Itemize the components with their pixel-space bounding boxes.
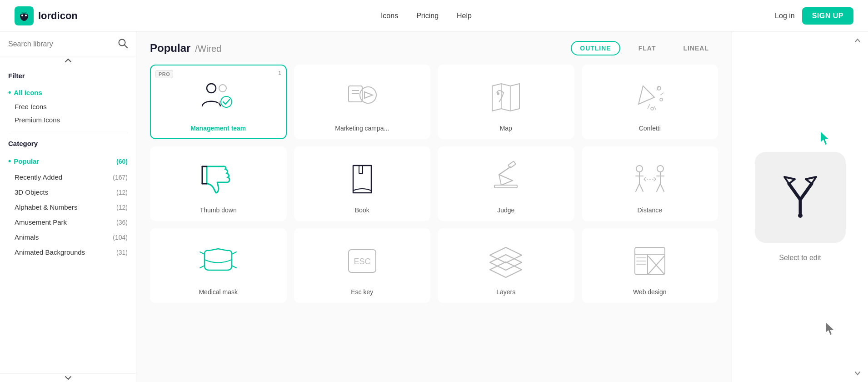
category-3d-objects[interactable]: 3D Objects (12): [8, 185, 128, 200]
icon-card-layers[interactable]: Layers: [438, 228, 574, 303]
header-actions: Log in SIGN UP: [775, 7, 853, 25]
tab-lineal[interactable]: LINEAL: [674, 41, 718, 55]
cursor-arrow-icon: [821, 132, 832, 146]
icon-label-webdesign: Web design: [590, 288, 710, 296]
content-scroll-down[interactable]: [854, 369, 861, 377]
preview-icon-svg: [764, 161, 837, 234]
icon-label-map: Map: [446, 125, 566, 132]
category-animals[interactable]: Animals (104): [8, 230, 128, 245]
preview-icon-container: [755, 152, 846, 243]
svg-marker-62: [821, 132, 828, 145]
category-animals-count: (104): [113, 234, 128, 241]
icon-svg-webdesign: [627, 238, 673, 284]
content-scroll-up[interactable]: [854, 36, 861, 45]
content-area: Popular /Wired OUTLINE FLAT LINEAL PRO 1: [136, 32, 732, 382]
tab-outline[interactable]: OUTLINE: [571, 41, 620, 55]
filter-free-icons[interactable]: Free Icons: [8, 100, 128, 113]
icon-svg-book: [339, 156, 385, 202]
svg-point-32: [636, 166, 643, 172]
logo-text: lordicon: [38, 10, 78, 22]
category-animated-backgrounds[interactable]: Animated Backgrounds (31): [8, 245, 128, 260]
icon-card-judge[interactable]: Judge: [438, 146, 574, 221]
icon-card-thumbdown[interactable]: Thumb down: [150, 146, 287, 221]
category-popular[interactable]: Popular (60): [8, 153, 128, 170]
svg-point-20: [651, 107, 653, 110]
login-button[interactable]: Log in: [775, 12, 795, 20]
icon-card-distance[interactable]: Distance: [582, 146, 718, 221]
svg-point-1: [21, 15, 23, 16]
category-alphabet-numbers[interactable]: Alphabet & Numbers (12): [8, 200, 128, 215]
svg-line-34: [636, 184, 639, 191]
svg-point-2: [25, 15, 27, 16]
svg-point-5: [207, 84, 216, 93]
category-3d-objects-label: 3D Objects: [8, 188, 48, 196]
filter-title: Filter: [8, 72, 128, 80]
icon-svg-esc: ESC: [339, 238, 385, 284]
category-recently-added[interactable]: Recently Added (167): [8, 170, 128, 185]
scroll-down-icon: [854, 371, 861, 376]
icon-card-map[interactable]: Map: [438, 65, 574, 139]
sidebar: Filter All Icons Free Icons Premium Icon…: [0, 32, 136, 382]
svg-line-43: [200, 252, 205, 254]
sidebar-scroll-up[interactable]: [0, 56, 136, 65]
pro-badge: PRO: [155, 70, 173, 78]
divider-1: [8, 133, 128, 133]
signup-button[interactable]: SIGN UP: [802, 7, 853, 25]
svg-point-19: [660, 98, 663, 101]
svg-rect-29: [494, 185, 517, 188]
logo[interactable]: lordicon: [15, 6, 78, 25]
icon-svg-map: [483, 75, 529, 120]
icon-card-mask[interactable]: Medical mask: [150, 228, 287, 303]
icon-label-book: Book: [302, 206, 423, 214]
svg-marker-17: [639, 86, 654, 104]
icon-card-webdesign[interactable]: Web design: [582, 228, 718, 303]
content-title: Popular /Wired: [150, 42, 221, 55]
tab-flat[interactable]: FLAT: [629, 41, 665, 55]
icon-svg-management: [195, 75, 241, 120]
svg-rect-31: [508, 161, 516, 168]
svg-marker-13: [492, 84, 519, 111]
icon-label-mask: Medical mask: [158, 288, 279, 296]
search-input[interactable]: [8, 40, 118, 48]
icon-svg-mask: [195, 238, 241, 284]
sidebar-scroll-down[interactable]: [0, 373, 136, 382]
svg-line-46: [232, 266, 236, 268]
svg-marker-63: [826, 323, 833, 335]
search-button[interactable]: [118, 38, 128, 50]
icon-card-confetti[interactable]: Confetti: [582, 65, 718, 139]
icon-label-judge: Judge: [446, 206, 566, 214]
category-recently-added-count: (167): [113, 174, 128, 181]
category-popular-count: (60): [116, 158, 128, 165]
svg-text:ESC: ESC: [354, 257, 370, 266]
nav-icons[interactable]: Icons: [381, 12, 398, 20]
icon-card-management-team[interactable]: PRO 1 Management team: [150, 65, 287, 139]
filter-section: Filter All Icons Free Icons Premium Icon…: [8, 72, 128, 126]
svg-line-45: [232, 252, 236, 254]
category-alphabet-numbers-label: Alphabet & Numbers: [8, 203, 77, 211]
scroll-up-icon: [854, 38, 861, 43]
nav-help[interactable]: Help: [457, 12, 472, 20]
svg-line-23: [654, 106, 656, 110]
filter-all-icons[interactable]: All Icons: [8, 85, 128, 100]
svg-line-40: [660, 184, 664, 191]
style-tabs: OUTLINE FLAT LINEAL: [571, 41, 718, 55]
category-animals-label: Animals: [8, 233, 39, 241]
category-popular-label: Popular: [8, 156, 39, 166]
cursor-arrow2-icon: [826, 323, 836, 337]
icon-card-marketing[interactable]: Marketing campa...: [294, 65, 431, 139]
filter-premium-icons[interactable]: Premium Icons: [8, 113, 128, 126]
nav-pricing[interactable]: Pricing: [416, 12, 439, 20]
icon-svg-layers: [483, 238, 529, 284]
icons-grid: PRO 1 Management team: [150, 65, 718, 303]
chevron-up-icon: [65, 58, 72, 63]
svg-line-35: [639, 184, 643, 191]
main-nav: Icons Pricing Help: [381, 12, 472, 20]
svg-line-22: [660, 93, 663, 95]
icon-card-esc[interactable]: ESC Esc key: [294, 228, 431, 303]
icon-card-book[interactable]: Book: [294, 146, 431, 221]
logo-icon: [15, 6, 34, 25]
svg-line-24: [648, 104, 650, 109]
icon-label-distance: Distance: [590, 206, 710, 214]
category-amusement-park[interactable]: Amusement Park (36): [8, 215, 128, 230]
category-animated-backgrounds-count: (31): [116, 249, 128, 256]
